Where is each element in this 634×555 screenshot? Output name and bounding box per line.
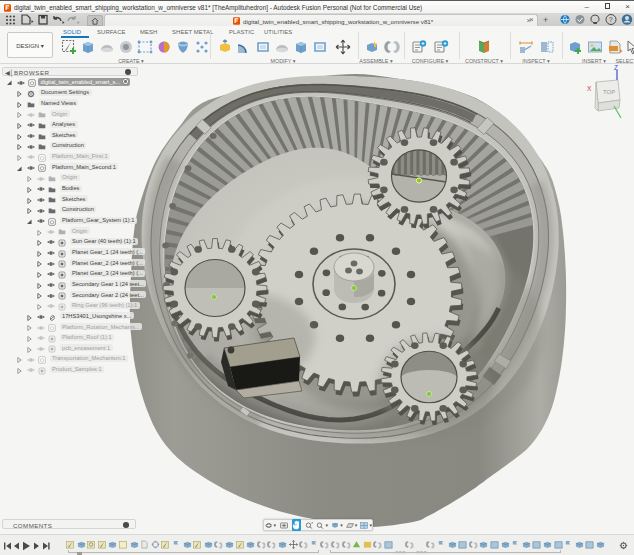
- svg-text:X: X: [587, 85, 592, 92]
- svg-text:Z: Z: [614, 64, 618, 71]
- svg-text:×: ×: [529, 15, 534, 24]
- svg-text:TOP: TOP: [603, 89, 615, 95]
- svg-text:+: +: [543, 15, 548, 25]
- svg-text:?: ?: [609, 16, 613, 23]
